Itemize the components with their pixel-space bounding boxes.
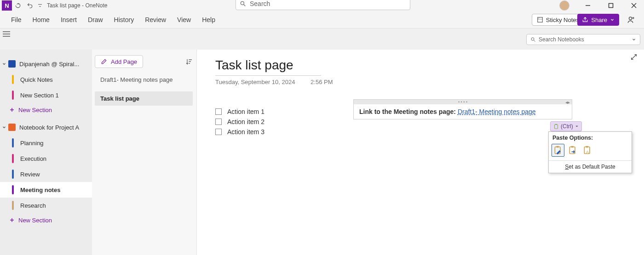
menu-help[interactable]: Help <box>196 11 221 28</box>
chevron-down-icon <box>2 62 8 66</box>
person-plus-icon <box>627 16 635 24</box>
internal-page-link[interactable]: Draft1- Meeting notes page <box>458 108 536 115</box>
paste-options-menu: Paste Options: A Set as Default Paste <box>548 131 632 173</box>
resize-handle-icon[interactable]: ◂▸ <box>565 100 570 105</box>
page-list-item[interactable]: Task list page <box>95 91 193 106</box>
section-color-stripe <box>12 75 14 84</box>
svg-point-11 <box>531 38 534 40</box>
svg-point-7 <box>629 17 632 20</box>
onenote-app-icon: N <box>2 0 12 11</box>
undo-button[interactable] <box>24 0 36 11</box>
nav-toggle-button[interactable] <box>2 29 11 39</box>
notebook-icon <box>8 60 16 68</box>
sidebar-section[interactable]: Execution <box>0 151 92 166</box>
search-icon <box>240 0 246 7</box>
caret-down-icon <box>575 125 579 128</box>
share-with-people-button[interactable] <box>625 14 638 26</box>
account-avatar[interactable] <box>559 0 569 11</box>
clipboard-brush-icon <box>553 145 563 155</box>
paste-options-ctrl-button[interactable]: (Ctrl) <box>550 121 582 131</box>
section-color-stripe <box>12 154 14 163</box>
section-color-stripe <box>12 138 14 147</box>
sidebar-section[interactable]: Quick Notes <box>0 72 92 87</box>
window-title-app: OneNote <box>85 2 107 9</box>
checkbox-icon[interactable] <box>215 129 222 135</box>
sticky-notes-button[interactable]: Sticky Notes <box>532 14 584 26</box>
note-container-body[interactable]: Link to the Meeting notes page: Draft1- … <box>354 104 572 119</box>
svg-rect-16 <box>557 146 559 147</box>
section-color-stripe <box>12 91 14 100</box>
add-page-button[interactable]: Add Page <box>95 55 143 68</box>
paste-options-title: Paste Options: <box>549 132 632 143</box>
notebook-search-input[interactable]: Search Notebooks <box>526 34 640 45</box>
notebook-name: Dipanjenah @ Spiral... <box>19 61 79 68</box>
sidebar-section-label: Research <box>20 202 46 209</box>
page-date: Tuesday, September 10, 2024 <box>215 79 295 85</box>
sidebar-section[interactable]: Review <box>0 166 92 182</box>
plus-icon <box>9 217 15 223</box>
paste-merge-formatting[interactable] <box>566 144 579 157</box>
page-list-panel: Add Page Draft1- Meeting notes page Task… <box>92 50 197 255</box>
svg-rect-14 <box>556 124 557 125</box>
share-icon <box>582 17 588 23</box>
svg-text:A: A <box>586 150 589 154</box>
checkbox-icon[interactable] <box>215 119 222 125</box>
svg-rect-20 <box>586 146 588 147</box>
notebook-sidebar: Dipanjenah @ Spiral... Quick Notes New S… <box>0 50 92 255</box>
chevron-down-icon <box>632 37 636 42</box>
page-time: 2:56 PM <box>310 79 333 85</box>
sidebar-section[interactable]: Planning <box>0 135 92 151</box>
paste-text-only[interactable]: A <box>581 144 594 157</box>
container-drag-handle[interactable]: • • • •◂▸ <box>354 100 572 104</box>
svg-rect-13 <box>555 125 558 129</box>
window-maximize-button[interactable] <box>601 0 621 11</box>
titlebar-search-input[interactable]: Search <box>236 0 410 10</box>
notebook-row[interactable]: Notebook for Project A <box>0 119 92 135</box>
menu-file[interactable]: File <box>6 11 27 28</box>
svg-rect-6 <box>538 17 543 23</box>
window-minimize-button[interactable] <box>578 0 598 11</box>
set-default-paste-button[interactable]: Set as Default Paste <box>549 161 632 173</box>
menu-review[interactable]: Review <box>139 11 172 28</box>
section-color-stripe <box>12 185 14 194</box>
notebook-row[interactable]: Dipanjenah @ Spiral... <box>0 56 92 72</box>
new-section-button[interactable]: New Section <box>0 103 92 117</box>
clipboard-arrow-icon <box>568 145 577 155</box>
new-section-button[interactable]: New Section <box>0 213 92 227</box>
page-list-item[interactable]: Draft1- Meeting notes page <box>95 73 193 87</box>
quick-access-dropdown[interactable] <box>36 0 44 11</box>
checkbox-icon[interactable] <box>215 108 222 115</box>
clipboard-a-icon: A <box>583 145 592 155</box>
menu-home[interactable]: Home <box>27 11 55 28</box>
chevron-down-icon <box>2 125 8 130</box>
menu-view[interactable]: View <box>172 11 196 28</box>
menu-history[interactable]: History <box>109 11 140 28</box>
clipboard-icon <box>553 123 559 130</box>
menu-draw[interactable]: Draw <box>82 11 109 28</box>
sort-pages-button[interactable] <box>185 58 193 65</box>
page-canvas[interactable]: Task list page Tuesday, September 10, 20… <box>197 50 644 255</box>
sort-icon <box>185 58 193 65</box>
svg-line-12 <box>534 40 535 42</box>
note-container[interactable]: • • • •◂▸ Link to the Meeting notes page… <box>353 99 572 119</box>
svg-rect-18 <box>571 146 574 147</box>
edit-icon <box>101 58 107 65</box>
sidebar-section[interactable]: New Section 1 <box>0 87 92 103</box>
chevron-down-icon <box>610 17 615 22</box>
sidebar-section[interactable]: Research <box>0 198 92 213</box>
menu-insert[interactable]: Insert <box>55 11 82 28</box>
sidebar-section-label: Meeting notes <box>20 187 60 193</box>
window-close-button[interactable] <box>624 0 644 11</box>
share-button[interactable]: Share <box>577 14 619 26</box>
sidebar-section-label: New Section 1 <box>20 92 59 99</box>
page-date-time: Tuesday, September 10, 2024 2:56 PM <box>215 79 626 85</box>
expand-canvas-button[interactable] <box>630 53 638 61</box>
paste-keep-source-formatting[interactable] <box>552 144 564 157</box>
section-color-stripe <box>12 201 14 210</box>
page-title[interactable]: Task list page <box>215 58 321 76</box>
back-button[interactable] <box>12 0 24 11</box>
notebook-search-placeholder: Search Notebooks <box>539 36 584 43</box>
sidebar-section-label: Execution <box>20 155 46 162</box>
plus-icon <box>9 107 15 113</box>
sidebar-section[interactable]: Meeting notes <box>0 182 92 198</box>
